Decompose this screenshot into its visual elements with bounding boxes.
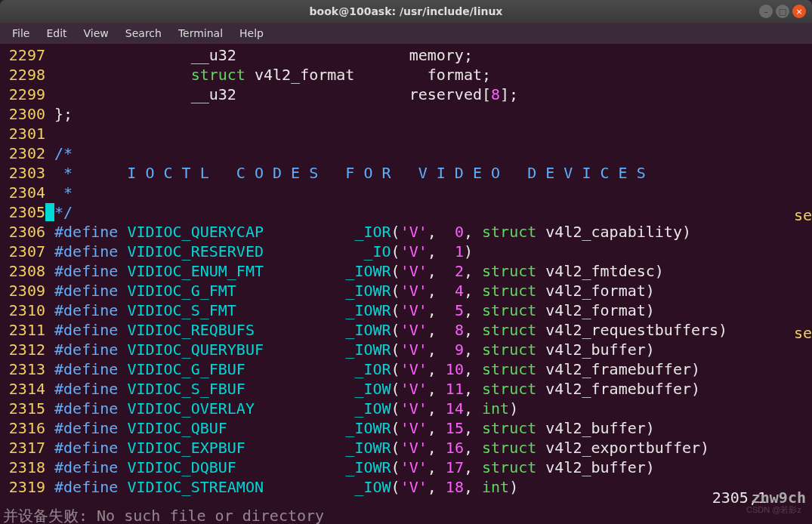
code-line: 2317 #define VIDIOC_EXPBUF _IOWR('V', 16… xyxy=(3,438,809,458)
code-line: 2299 __u32 reserved[8]; xyxy=(3,85,809,104)
code-line: 2309 #define VIDIOC_G_FMT _IOWR('V', 4, … xyxy=(3,281,809,301)
menubar: File Edit View Search Terminal Help xyxy=(0,23,812,44)
menu-help[interactable]: Help xyxy=(232,24,271,42)
code-line: 2298 struct v4l2_format format; xyxy=(3,65,809,85)
menu-view[interactable]: View xyxy=(76,24,116,42)
side-fragment: se xyxy=(794,205,812,225)
code-line: 2303 * I O C T L C O D E S F O R V I D E… xyxy=(3,163,809,183)
cursor xyxy=(45,203,54,221)
code-line: 2306 #define VIDIOC_QUERYCAP _IOR('V', 0… xyxy=(3,222,809,242)
code-line: 2304 * xyxy=(3,183,809,202)
bottom-message: 并设备失败: No such file or directory xyxy=(3,506,324,524)
code-line: 2310 #define VIDIOC_S_FMT _IOWR('V', 5, … xyxy=(3,301,809,320)
code-line: 2314 #define VIDIOC_S_FBUF _IOW('V', 11,… xyxy=(3,379,809,399)
code-line: 2307 #define VIDIOC_RESERVED _IO('V', 1) xyxy=(3,242,809,261)
code-line: 2319 #define VIDIOC_STREAMON _IOW('V', 1… xyxy=(3,477,809,497)
terminal[interactable]: 2297 __u32 memory; 2298 struct v4l2_form… xyxy=(0,44,812,524)
minimize-icon[interactable]: – xyxy=(759,5,773,18)
menu-terminal[interactable]: Terminal xyxy=(171,24,230,42)
close-icon[interactable]: × xyxy=(792,5,806,18)
code-line: 2311 #define VIDIOC_REQBUFS _IOWR('V', 8… xyxy=(3,320,809,340)
code-line: 2302 /* xyxy=(3,143,809,163)
window-buttons: – □ × xyxy=(759,5,806,18)
window-title: book@100ask: /usr/include/linux xyxy=(310,5,503,17)
code-line: 2316 #define VIDIOC_QBUF _IOWR('V', 15, … xyxy=(3,418,809,438)
code-line: 2300 }; xyxy=(3,104,809,124)
code-line: 2305 */ xyxy=(3,202,809,222)
code-line: 2297 __u32 memory; xyxy=(3,45,809,65)
code-line: 2315 #define VIDIOC_OVERLAY _IOW('V', 14… xyxy=(3,399,809,418)
code-line: 2301 xyxy=(3,124,809,143)
menu-search[interactable]: Search xyxy=(118,24,169,42)
titlebar: book@100ask: /usr/include/linux – □ × xyxy=(0,0,812,23)
maximize-icon[interactable]: □ xyxy=(776,5,789,18)
code-line: 2318 #define VIDIOC_DQBUF _IOWR('V', 17,… xyxy=(3,458,809,477)
code-line: 2312 #define VIDIOC_QUERYBUF _IOWR('V', … xyxy=(3,340,809,359)
side-fragment: se xyxy=(794,323,812,343)
code-line: 2308 #define VIDIOC_ENUM_FMT _IOWR('V', … xyxy=(3,261,809,281)
code-line: 2313 #define VIDIOC_G_FBUF _IOR('V', 10,… xyxy=(3,359,809,379)
csdn-watermark: CSDN @若影z xyxy=(746,500,801,519)
menu-file[interactable]: File xyxy=(5,24,37,42)
menu-edit[interactable]: Edit xyxy=(39,24,74,42)
